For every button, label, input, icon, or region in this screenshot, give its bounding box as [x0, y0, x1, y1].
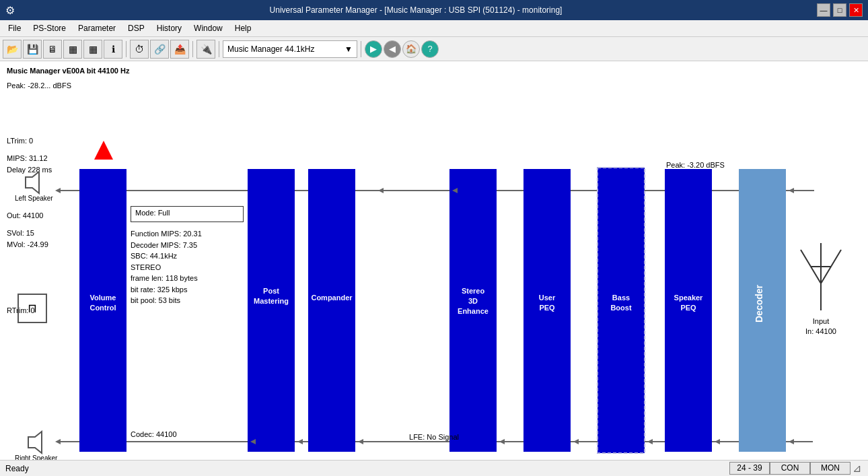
peak-left-label: Peak: -28.2... dBFS: [7, 80, 129, 92]
svg-marker-59: [297, 439, 303, 444]
menu-history[interactable]: History: [151, 22, 187, 34]
right-speaker-icon: Right Speaker: [15, 430, 57, 460]
svg-marker-57: [250, 439, 256, 444]
svg-text:Decoder: Decoder: [754, 284, 764, 322]
out-label: Out: 44100: [7, 210, 129, 222]
svg-text:Stereo: Stereo: [462, 287, 485, 295]
app-icon: ⚙: [5, 4, 15, 17]
coordinates-badge: 24 - 39: [729, 462, 770, 475]
svg-marker-32: [600, 188, 606, 193]
minimize-button[interactable]: —: [817, 3, 830, 17]
svg-text:PEQ: PEQ: [680, 304, 696, 312]
toolbar: 📂 💾 🖥 ▦ ▦ ℹ ⏱ 🔗 📤 🔌 Music Manager 44.1kH…: [0, 37, 868, 61]
grid2-button[interactable]: ▦: [83, 40, 102, 59]
svg-rect-16: [308, 169, 355, 452]
device-title: Music Manager vE00A bit 44100 Hz: [7, 65, 129, 77]
svg-text:Input: Input: [813, 317, 829, 325]
svg-marker-25: [452, 188, 458, 193]
svg-marker-67: [647, 439, 653, 444]
svg-text:Bass: Bass: [612, 294, 630, 302]
peak-speaker-peq-left: Peak: -3.20 dBFS: [666, 161, 725, 169]
toolbar-sep-2: [192, 41, 193, 57]
nav-back-button[interactable]: ◀: [384, 40, 401, 58]
menu-parameter[interactable]: Parameter: [73, 22, 121, 34]
info-button[interactable]: ℹ: [104, 40, 122, 59]
svg-text:3D: 3D: [468, 297, 478, 305]
window-title: Universal Parameter Manager - [Music Man…: [15, 5, 817, 15]
svg-marker-42: [742, 188, 747, 193]
menu-file[interactable]: File: [3, 22, 26, 34]
link-button[interactable]: 🔗: [150, 40, 169, 59]
main-content: Music Manager vE00A bit 44100 Hz Peak: -…: [0, 61, 868, 460]
connect-button[interactable]: 🔌: [196, 40, 215, 59]
svg-text:Mastering: Mastering: [254, 297, 289, 305]
toolbar-sep-4: [361, 41, 361, 57]
device-dropdown[interactable]: Music Manager 44.1kHz ▼: [223, 40, 357, 58]
toolbar-sep-3: [219, 41, 219, 57]
dropdown-arrow-icon: ▼: [345, 44, 353, 54]
right-speaker-label: Right Speaker: [15, 454, 57, 460]
svg-text:Compander: Compander: [311, 294, 353, 302]
toolbar-sep-1: [126, 41, 126, 57]
svg-marker-65: [573, 439, 579, 444]
svg-text:Boost: Boost: [610, 304, 632, 312]
window-controls: — □ ✕: [817, 3, 863, 17]
svg-rect-20: [449, 169, 497, 452]
svg-text:Enhance: Enhance: [458, 307, 489, 315]
svg-marker-15: [311, 188, 316, 193]
waveform-icon-top: ⊓: [17, 294, 47, 323]
close-button[interactable]: ✕: [849, 3, 863, 17]
maximize-button[interactable]: □: [833, 3, 846, 17]
ready-label: Ready: [5, 464, 29, 473]
svg-marker-71: [789, 439, 794, 444]
svg-rect-33: [598, 168, 645, 453]
status-bar: Ready 24 - 39 CON MON ⊿: [0, 460, 868, 476]
svg-rect-38: [665, 169, 712, 452]
open-button[interactable]: 📂: [3, 40, 22, 59]
codec-label: Codec: 44100: [131, 430, 177, 438]
svg-marker-19: [378, 188, 384, 193]
nav-forward-button[interactable]: ▶: [365, 40, 382, 58]
save-button[interactable]: 💾: [23, 40, 42, 59]
svg-text:PEQ: PEQ: [539, 304, 555, 312]
svg-line-51: [821, 250, 841, 283]
red-arrow-indicator: [94, 141, 113, 160]
monitor-button[interactable]: 🖥: [43, 40, 62, 59]
svg-marker-37: [667, 188, 673, 193]
mon-badge[interactable]: MON: [810, 462, 851, 475]
mips-info-box: Function MIPS: 20.31 Decoder MIPS: 7.35 …: [131, 228, 202, 306]
grid-button[interactable]: ▦: [63, 40, 82, 59]
svg-text:In: 44100: In: 44100: [805, 327, 836, 335]
svg-marker-69: [715, 439, 720, 444]
svg-text:Speaker: Speaker: [674, 294, 704, 302]
con-badge[interactable]: CON: [770, 462, 810, 475]
svg-marker-46: [789, 188, 794, 193]
nav-home-button[interactable]: 🏠: [402, 40, 420, 58]
svg-rect-28: [523, 169, 571, 452]
svol-label: SVol: 15: [7, 228, 129, 240]
mode-box-text: Mode: Full: [135, 209, 170, 217]
status-right: 24 - 39 CON MON ⊿: [729, 462, 863, 475]
svg-marker-2: [28, 432, 42, 453]
svg-marker-10: [250, 188, 256, 193]
menu-window[interactable]: Window: [188, 22, 228, 34]
svg-line-50: [801, 250, 821, 283]
menu-help[interactable]: Help: [229, 22, 257, 34]
svg-marker-63: [499, 439, 505, 444]
device-dropdown-label: Music Manager 44.1kHz: [227, 44, 314, 54]
svg-marker-61: [358, 439, 363, 444]
left-speaker-icon: Left Speaker: [15, 170, 53, 202]
menu-dsp[interactable]: DSP: [122, 22, 150, 34]
svg-rect-43: [739, 169, 786, 452]
menu-bar: File PS-Store Parameter DSP History Wind…: [0, 20, 868, 37]
title-bar: ⚙ Universal Parameter Manager - [Music M…: [0, 0, 868, 20]
svg-rect-11: [248, 169, 295, 452]
nav-help-button[interactable]: ?: [421, 40, 439, 58]
clock-button[interactable]: ⏱: [130, 40, 149, 59]
menu-ps-store[interactable]: PS-Store: [28, 22, 71, 34]
resize-handle[interactable]: ⊿: [851, 462, 863, 475]
left-speaker-label: Left Speaker: [15, 195, 53, 202]
svg-text:Post: Post: [263, 287, 279, 295]
lfe-label: LFE: No Signal: [409, 433, 459, 441]
export-button[interactable]: 📤: [170, 40, 189, 59]
